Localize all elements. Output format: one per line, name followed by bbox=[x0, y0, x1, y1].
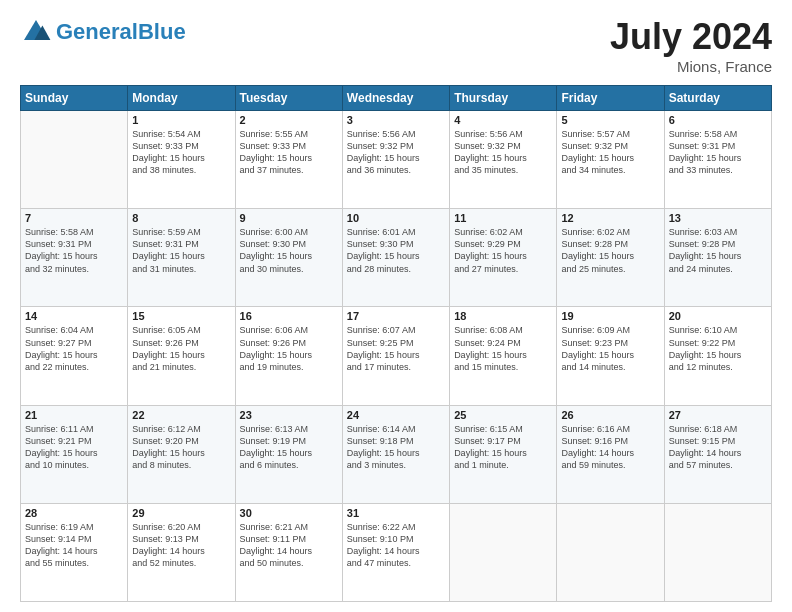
day-info: Sunrise: 5:54 AM Sunset: 9:33 PM Dayligh… bbox=[132, 128, 230, 177]
day-number: 20 bbox=[669, 310, 767, 322]
day-info: Sunrise: 6:20 AM Sunset: 9:13 PM Dayligh… bbox=[132, 521, 230, 570]
day-info: Sunrise: 6:10 AM Sunset: 9:22 PM Dayligh… bbox=[669, 324, 767, 373]
day-number: 21 bbox=[25, 409, 123, 421]
day-info: Sunrise: 5:56 AM Sunset: 9:32 PM Dayligh… bbox=[454, 128, 552, 177]
page: GeneralBlue July 2024 Mions, France Sund… bbox=[0, 0, 792, 612]
calendar-cell: 10Sunrise: 6:01 AM Sunset: 9:30 PM Dayli… bbox=[342, 209, 449, 307]
day-info: Sunrise: 6:06 AM Sunset: 9:26 PM Dayligh… bbox=[240, 324, 338, 373]
calendar-cell: 15Sunrise: 6:05 AM Sunset: 9:26 PM Dayli… bbox=[128, 307, 235, 405]
day-header-wednesday: Wednesday bbox=[342, 86, 449, 111]
day-header-sunday: Sunday bbox=[21, 86, 128, 111]
day-number: 3 bbox=[347, 114, 445, 126]
day-info: Sunrise: 6:05 AM Sunset: 9:26 PM Dayligh… bbox=[132, 324, 230, 373]
day-number: 31 bbox=[347, 507, 445, 519]
day-info: Sunrise: 6:14 AM Sunset: 9:18 PM Dayligh… bbox=[347, 423, 445, 472]
calendar-header-row: SundayMondayTuesdayWednesdayThursdayFrid… bbox=[21, 86, 772, 111]
day-number: 26 bbox=[561, 409, 659, 421]
calendar-cell: 9Sunrise: 6:00 AM Sunset: 9:30 PM Daylig… bbox=[235, 209, 342, 307]
title-block: July 2024 Mions, France bbox=[610, 16, 772, 75]
day-number: 7 bbox=[25, 212, 123, 224]
calendar-cell: 31Sunrise: 6:22 AM Sunset: 9:10 PM Dayli… bbox=[342, 503, 449, 601]
day-info: Sunrise: 6:04 AM Sunset: 9:27 PM Dayligh… bbox=[25, 324, 123, 373]
day-info: Sunrise: 6:21 AM Sunset: 9:11 PM Dayligh… bbox=[240, 521, 338, 570]
day-info: Sunrise: 6:19 AM Sunset: 9:14 PM Dayligh… bbox=[25, 521, 123, 570]
day-info: Sunrise: 6:15 AM Sunset: 9:17 PM Dayligh… bbox=[454, 423, 552, 472]
day-number: 18 bbox=[454, 310, 552, 322]
day-number: 28 bbox=[25, 507, 123, 519]
day-info: Sunrise: 5:55 AM Sunset: 9:33 PM Dayligh… bbox=[240, 128, 338, 177]
day-info: Sunrise: 6:02 AM Sunset: 9:29 PM Dayligh… bbox=[454, 226, 552, 275]
day-info: Sunrise: 6:01 AM Sunset: 9:30 PM Dayligh… bbox=[347, 226, 445, 275]
day-number: 11 bbox=[454, 212, 552, 224]
day-number: 25 bbox=[454, 409, 552, 421]
day-header-friday: Friday bbox=[557, 86, 664, 111]
calendar-week-2: 7Sunrise: 5:58 AM Sunset: 9:31 PM Daylig… bbox=[21, 209, 772, 307]
day-info: Sunrise: 6:09 AM Sunset: 9:23 PM Dayligh… bbox=[561, 324, 659, 373]
day-number: 12 bbox=[561, 212, 659, 224]
day-info: Sunrise: 5:58 AM Sunset: 9:31 PM Dayligh… bbox=[669, 128, 767, 177]
day-number: 30 bbox=[240, 507, 338, 519]
calendar-cell: 19Sunrise: 6:09 AM Sunset: 9:23 PM Dayli… bbox=[557, 307, 664, 405]
day-info: Sunrise: 6:02 AM Sunset: 9:28 PM Dayligh… bbox=[561, 226, 659, 275]
calendar-cell: 8Sunrise: 5:59 AM Sunset: 9:31 PM Daylig… bbox=[128, 209, 235, 307]
logo: GeneralBlue bbox=[20, 16, 186, 48]
calendar-cell: 7Sunrise: 5:58 AM Sunset: 9:31 PM Daylig… bbox=[21, 209, 128, 307]
calendar-cell: 30Sunrise: 6:21 AM Sunset: 9:11 PM Dayli… bbox=[235, 503, 342, 601]
title-month: July 2024 bbox=[610, 16, 772, 58]
calendar-cell: 13Sunrise: 6:03 AM Sunset: 9:28 PM Dayli… bbox=[664, 209, 771, 307]
calendar-cell: 27Sunrise: 6:18 AM Sunset: 9:15 PM Dayli… bbox=[664, 405, 771, 503]
day-info: Sunrise: 6:11 AM Sunset: 9:21 PM Dayligh… bbox=[25, 423, 123, 472]
day-header-monday: Monday bbox=[128, 86, 235, 111]
calendar-cell: 11Sunrise: 6:02 AM Sunset: 9:29 PM Dayli… bbox=[450, 209, 557, 307]
day-number: 6 bbox=[669, 114, 767, 126]
day-info: Sunrise: 6:12 AM Sunset: 9:20 PM Dayligh… bbox=[132, 423, 230, 472]
calendar-cell: 6Sunrise: 5:58 AM Sunset: 9:31 PM Daylig… bbox=[664, 111, 771, 209]
calendar-cell: 12Sunrise: 6:02 AM Sunset: 9:28 PM Dayli… bbox=[557, 209, 664, 307]
calendar-table: SundayMondayTuesdayWednesdayThursdayFrid… bbox=[20, 85, 772, 602]
calendar-cell: 2Sunrise: 5:55 AM Sunset: 9:33 PM Daylig… bbox=[235, 111, 342, 209]
calendar-cell: 25Sunrise: 6:15 AM Sunset: 9:17 PM Dayli… bbox=[450, 405, 557, 503]
day-number: 8 bbox=[132, 212, 230, 224]
title-location: Mions, France bbox=[610, 58, 772, 75]
day-header-saturday: Saturday bbox=[664, 86, 771, 111]
calendar-cell: 21Sunrise: 6:11 AM Sunset: 9:21 PM Dayli… bbox=[21, 405, 128, 503]
logo-text: GeneralBlue bbox=[56, 21, 186, 43]
day-info: Sunrise: 5:58 AM Sunset: 9:31 PM Dayligh… bbox=[25, 226, 123, 275]
day-number: 29 bbox=[132, 507, 230, 519]
calendar-cell bbox=[557, 503, 664, 601]
calendar-cell bbox=[21, 111, 128, 209]
day-number: 4 bbox=[454, 114, 552, 126]
calendar-cell: 23Sunrise: 6:13 AM Sunset: 9:19 PM Dayli… bbox=[235, 405, 342, 503]
day-info: Sunrise: 6:18 AM Sunset: 9:15 PM Dayligh… bbox=[669, 423, 767, 472]
calendar-cell: 4Sunrise: 5:56 AM Sunset: 9:32 PM Daylig… bbox=[450, 111, 557, 209]
calendar-cell: 29Sunrise: 6:20 AM Sunset: 9:13 PM Dayli… bbox=[128, 503, 235, 601]
calendar-cell: 5Sunrise: 5:57 AM Sunset: 9:32 PM Daylig… bbox=[557, 111, 664, 209]
day-number: 23 bbox=[240, 409, 338, 421]
day-number: 17 bbox=[347, 310, 445, 322]
day-info: Sunrise: 6:08 AM Sunset: 9:24 PM Dayligh… bbox=[454, 324, 552, 373]
day-info: Sunrise: 5:56 AM Sunset: 9:32 PM Dayligh… bbox=[347, 128, 445, 177]
calendar-week-5: 28Sunrise: 6:19 AM Sunset: 9:14 PM Dayli… bbox=[21, 503, 772, 601]
logo-name: GeneralBlue bbox=[20, 16, 186, 48]
calendar-cell: 20Sunrise: 6:10 AM Sunset: 9:22 PM Dayli… bbox=[664, 307, 771, 405]
day-header-tuesday: Tuesday bbox=[235, 86, 342, 111]
calendar-cell: 16Sunrise: 6:06 AM Sunset: 9:26 PM Dayli… bbox=[235, 307, 342, 405]
header: GeneralBlue July 2024 Mions, France bbox=[20, 16, 772, 75]
calendar-week-1: 1Sunrise: 5:54 AM Sunset: 9:33 PM Daylig… bbox=[21, 111, 772, 209]
day-number: 27 bbox=[669, 409, 767, 421]
day-number: 16 bbox=[240, 310, 338, 322]
day-info: Sunrise: 6:16 AM Sunset: 9:16 PM Dayligh… bbox=[561, 423, 659, 472]
day-info: Sunrise: 6:03 AM Sunset: 9:28 PM Dayligh… bbox=[669, 226, 767, 275]
day-number: 1 bbox=[132, 114, 230, 126]
day-number: 14 bbox=[25, 310, 123, 322]
calendar-cell: 14Sunrise: 6:04 AM Sunset: 9:27 PM Dayli… bbox=[21, 307, 128, 405]
day-number: 9 bbox=[240, 212, 338, 224]
calendar-cell: 24Sunrise: 6:14 AM Sunset: 9:18 PM Dayli… bbox=[342, 405, 449, 503]
logo-blue: Blue bbox=[138, 19, 186, 44]
day-number: 10 bbox=[347, 212, 445, 224]
calendar-cell: 3Sunrise: 5:56 AM Sunset: 9:32 PM Daylig… bbox=[342, 111, 449, 209]
calendar-cell: 18Sunrise: 6:08 AM Sunset: 9:24 PM Dayli… bbox=[450, 307, 557, 405]
day-number: 5 bbox=[561, 114, 659, 126]
day-number: 15 bbox=[132, 310, 230, 322]
day-info: Sunrise: 6:07 AM Sunset: 9:25 PM Dayligh… bbox=[347, 324, 445, 373]
